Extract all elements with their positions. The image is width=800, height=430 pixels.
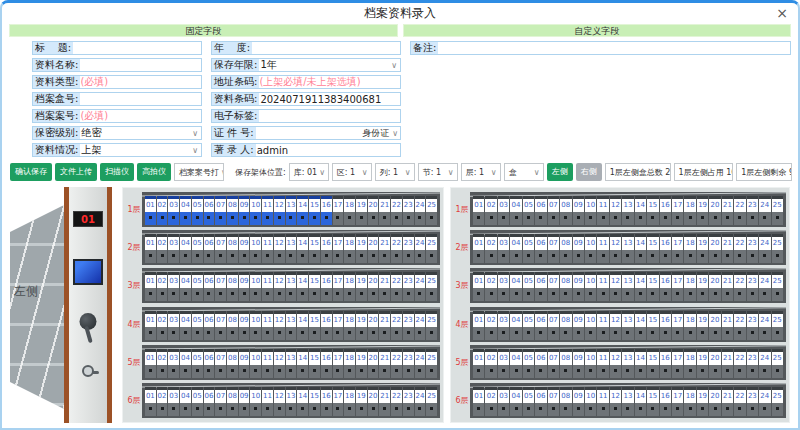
archive-box[interactable]: 14 [635, 234, 646, 263]
archive-box[interactable]: 25 [772, 272, 783, 301]
archive-box[interactable]: 21 [722, 234, 733, 263]
archive-box[interactable]: 01 [473, 196, 484, 225]
archive-box[interactable]: 09 [239, 387, 250, 416]
archive-box[interactable]: 22 [391, 311, 402, 340]
archive-box[interactable]: 24 [415, 387, 426, 416]
archive-box[interactable]: 11 [597, 234, 608, 263]
archive-box[interactable]: 13 [622, 272, 633, 301]
archive-box[interactable]: 24 [415, 196, 426, 225]
archive-box[interactable]: 11 [262, 234, 273, 263]
archive-box[interactable]: 10 [250, 387, 261, 416]
archive-box[interactable]: 24 [415, 349, 426, 378]
archive-box[interactable]: 03 [498, 234, 509, 263]
archive-box[interactable]: 04 [180, 234, 191, 263]
archive-box[interactable]: 04 [510, 196, 521, 225]
archive-box[interactable]: 15 [309, 387, 320, 416]
archive-box[interactable]: 06 [204, 196, 215, 225]
archive-box[interactable]: 16 [321, 272, 332, 301]
archive-box[interactable]: 09 [573, 387, 584, 416]
archive-box[interactable]: 07 [215, 272, 226, 301]
archive-box[interactable]: 11 [262, 349, 273, 378]
archive-box[interactable]: 05 [192, 272, 203, 301]
archive-box[interactable]: 10 [585, 349, 596, 378]
archive-box[interactable]: 19 [356, 234, 367, 263]
archive-box[interactable]: 08 [227, 272, 238, 301]
archive-box[interactable]: 08 [560, 234, 571, 263]
retention-period-field[interactable]: 保存年限:1年∨ [211, 58, 401, 72]
archive-box[interactable]: 14 [297, 349, 308, 378]
archive-box[interactable]: 22 [734, 272, 745, 301]
archive-box[interactable]: 13 [622, 387, 633, 416]
archive-box[interactable]: 17 [672, 349, 683, 378]
archive-box[interactable]: 22 [734, 311, 745, 340]
archive-box[interactable]: 15 [647, 196, 658, 225]
archive-box[interactable]: 19 [356, 196, 367, 225]
archive-box[interactable]: 19 [356, 311, 367, 340]
archive-box[interactable]: 16 [321, 387, 332, 416]
archive-box[interactable]: 18 [344, 387, 355, 416]
archive-box[interactable]: 06 [204, 387, 215, 416]
archive-box[interactable]: 22 [734, 387, 745, 416]
archive-box[interactable]: 17 [333, 234, 344, 263]
archive-box[interactable]: 18 [344, 311, 355, 340]
archive-box[interactable]: 04 [180, 349, 191, 378]
archive-box[interactable]: 05 [523, 234, 534, 263]
archive-box[interactable]: 19 [356, 349, 367, 378]
used-boxes-select[interactable]: 1层左侧占用 16∨ [674, 163, 734, 181]
archive-box[interactable]: 21 [379, 272, 390, 301]
id-number-field[interactable]: 证 件 号:身份证∨ [211, 126, 401, 140]
archive-box[interactable]: 02 [485, 349, 496, 378]
archive-box[interactable]: 23 [747, 349, 758, 378]
archive-box[interactable]: 02 [157, 196, 168, 225]
archive-box[interactable]: 21 [722, 272, 733, 301]
archive-box[interactable]: 16 [321, 311, 332, 340]
archive-box[interactable]: 12 [610, 387, 621, 416]
archive-box[interactable]: 11 [262, 311, 273, 340]
archive-box[interactable]: 14 [297, 272, 308, 301]
archive-box[interactable]: 03 [168, 234, 179, 263]
archive-box[interactable]: 13 [622, 349, 633, 378]
archive-box[interactable]: 21 [379, 311, 390, 340]
archive-box[interactable]: 11 [597, 196, 608, 225]
archive-box[interactable]: 17 [333, 272, 344, 301]
archive-box[interactable]: 15 [647, 234, 658, 263]
archive-box[interactable]: 13 [286, 311, 297, 340]
archive-box[interactable]: 12 [274, 311, 285, 340]
archive-box[interactable]: 14 [635, 311, 646, 340]
file-number-print-select[interactable]: 档案案号打∨ [174, 163, 224, 181]
archive-box[interactable]: 03 [168, 311, 179, 340]
archive-box[interactable]: 04 [510, 272, 521, 301]
archive-box[interactable]: 07 [548, 311, 559, 340]
archive-box[interactable]: 07 [548, 272, 559, 301]
column-select[interactable]: 列: 1∨ [375, 163, 415, 181]
archive-box[interactable]: 06 [535, 311, 546, 340]
archive-box[interactable]: 07 [215, 387, 226, 416]
archive-box[interactable]: 21 [379, 349, 390, 378]
close-icon[interactable]: × [776, 4, 788, 22]
archive-box[interactable]: 20 [709, 349, 720, 378]
security-level-field[interactable]: 保密级别:绝密∨ [32, 126, 202, 140]
archive-box[interactable]: 03 [168, 349, 179, 378]
archive-box[interactable]: 09 [239, 311, 250, 340]
archive-box[interactable]: 12 [610, 311, 621, 340]
archive-box[interactable]: 08 [227, 234, 238, 263]
archive-box[interactable]: 02 [157, 272, 168, 301]
archive-box[interactable]: 17 [333, 387, 344, 416]
archive-box[interactable]: 02 [485, 311, 496, 340]
archive-box[interactable]: 15 [647, 349, 658, 378]
archive-file-number-field[interactable]: 档案案号:(必填) [32, 109, 202, 123]
archive-box[interactable]: 03 [498, 349, 509, 378]
archive-box[interactable]: 15 [647, 272, 658, 301]
archive-box[interactable]: 17 [672, 272, 683, 301]
archive-box[interactable]: 10 [585, 196, 596, 225]
archive-box[interactable]: 19 [697, 311, 708, 340]
archive-box[interactable]: 11 [597, 387, 608, 416]
archive-box[interactable]: 19 [356, 387, 367, 416]
archive-box[interactable]: 10 [250, 349, 261, 378]
archive-box[interactable]: 22 [391, 272, 402, 301]
archive-box[interactable]: 25 [426, 196, 437, 225]
archive-box-number-field[interactable]: 档案盒号: [32, 92, 202, 106]
archive-box[interactable]: 12 [610, 196, 621, 225]
archive-box[interactable]: 17 [333, 349, 344, 378]
archive-box[interactable]: 21 [722, 196, 733, 225]
